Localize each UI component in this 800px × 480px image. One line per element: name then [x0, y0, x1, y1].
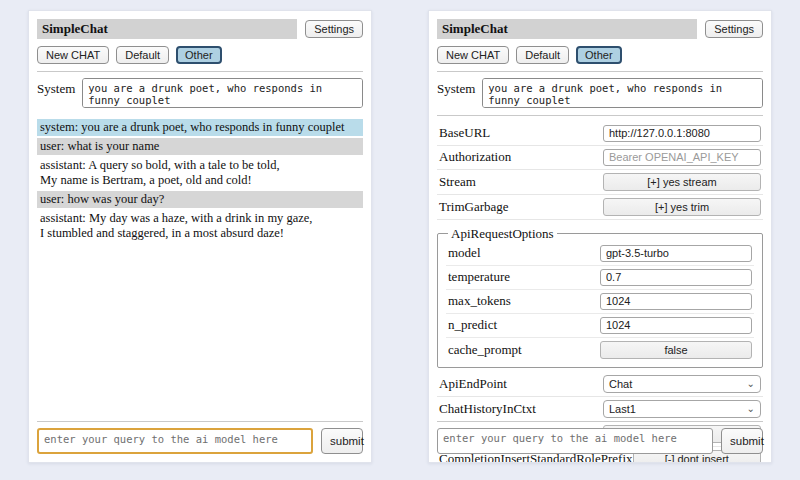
chat-message-user: user: what is your name — [37, 138, 363, 155]
session-bar: New CHAT Default Other — [437, 46, 763, 64]
trimgarbage-toggle-button[interactable]: [+] yes trim — [603, 198, 761, 216]
title-bar: SimpleChat Settings — [437, 19, 763, 39]
settings-button[interactable]: Settings — [705, 20, 763, 38]
setting-row-apiendpoint: ApiEndPoint Chat ⌄ — [437, 372, 763, 397]
submit-button[interactable]: submit — [721, 428, 763, 454]
apiendpoint-select[interactable]: Chat ⌄ — [603, 375, 761, 393]
api-request-options-legend: ApiRequestOptions — [448, 226, 557, 242]
cache-prompt-label: cache_prompt — [448, 342, 522, 358]
new-chat-button[interactable]: New CHAT — [37, 46, 109, 64]
setting-row-model: model — [446, 242, 754, 266]
session-button-other[interactable]: Other — [176, 46, 222, 64]
model-input[interactable] — [600, 245, 752, 262]
chat-message-assistant: assistant: A query so bold, with a tale … — [37, 157, 363, 189]
temperature-label: temperature — [448, 269, 510, 285]
settings-panel: SimpleChat Settings New CHAT Default Oth… — [428, 10, 772, 463]
session-bar: New CHAT Default Other — [37, 46, 363, 64]
authorization-label: Authorization — [439, 149, 511, 165]
title-bar: SimpleChat Settings — [37, 19, 363, 39]
temperature-input[interactable] — [600, 269, 752, 286]
chat-message-user: user: how was your day? — [37, 191, 363, 208]
app-title: SimpleChat — [437, 19, 697, 39]
setting-row-n-predict: n_predict — [446, 314, 754, 338]
n-predict-input[interactable] — [600, 317, 752, 334]
authorization-input[interactable] — [603, 149, 761, 166]
header-divider — [37, 71, 363, 72]
baseurl-label: BaseURL — [439, 125, 490, 141]
chat-message-assistant: assistant: My day was a haze, with a dri… — [37, 210, 363, 242]
query-footer: submit — [437, 414, 763, 454]
chevron-down-icon: ⌄ — [747, 404, 755, 414]
stream-toggle-button[interactable]: [+] yes stream — [603, 173, 761, 191]
max-tokens-label: max_tokens — [448, 293, 511, 309]
query-footer: submit — [37, 414, 363, 454]
chat-message-system: system: you are a drunk poet, who respon… — [37, 119, 363, 136]
settings-divider — [437, 115, 763, 116]
setting-row-temperature: temperature — [446, 266, 754, 290]
n-predict-label: n_predict — [448, 317, 497, 333]
submit-button[interactable]: submit — [321, 428, 363, 454]
setting-row-trimgarbage: TrimGarbage [+] yes trim — [437, 195, 763, 220]
query-input[interactable] — [437, 428, 713, 454]
api-request-options-fieldset: ApiRequestOptions model temperature max_… — [437, 226, 763, 368]
system-prompt-input[interactable]: you are a drunk poet, who responds in fu… — [482, 78, 763, 108]
trimgarbage-label: TrimGarbage — [439, 199, 509, 215]
apiendpoint-selected-value: Chat — [609, 378, 632, 390]
apiendpoint-label: ApiEndPoint — [439, 376, 507, 392]
app-title: SimpleChat — [37, 19, 297, 39]
system-prompt-row: System you are a drunk poet, who respond… — [37, 78, 363, 108]
cache-prompt-toggle-button[interactable]: false — [600, 341, 752, 359]
session-button-default[interactable]: Default — [116, 46, 169, 64]
system-prompt-input[interactable]: you are a drunk poet, who responds in fu… — [82, 78, 363, 108]
chat-panel: SimpleChat Settings New CHAT Default Oth… — [28, 10, 372, 463]
footer-divider — [437, 421, 763, 422]
settings-button[interactable]: Settings — [305, 20, 363, 38]
max-tokens-input[interactable] — [600, 293, 752, 310]
chat-message-list: system: you are a drunk poet, who respon… — [37, 119, 363, 242]
session-button-other[interactable]: Other — [576, 46, 622, 64]
system-label: System — [437, 78, 475, 97]
setting-row-cache-prompt: cache_prompt false — [446, 338, 754, 362]
setting-row-max-tokens: max_tokens — [446, 290, 754, 314]
footer-divider — [37, 421, 363, 422]
setting-row-baseurl: BaseURL — [437, 122, 763, 146]
new-chat-button[interactable]: New CHAT — [437, 46, 509, 64]
settings-list: BaseURL Authorization Stream [+] yes str… — [437, 122, 763, 463]
chevron-down-icon: ⌄ — [747, 379, 755, 389]
system-prompt-row: System you are a drunk poet, who respond… — [437, 78, 763, 108]
baseurl-input[interactable] — [603, 125, 761, 142]
setting-row-stream: Stream [+] yes stream — [437, 170, 763, 195]
setting-row-authorization: Authorization — [437, 146, 763, 170]
header-divider — [437, 71, 763, 72]
session-button-default[interactable]: Default — [516, 46, 569, 64]
model-label: model — [448, 245, 481, 261]
stream-label: Stream — [439, 174, 476, 190]
system-label: System — [37, 78, 75, 97]
query-input[interactable] — [37, 428, 313, 454]
chathistoryinctxt-selected-value: Last1 — [609, 403, 636, 415]
